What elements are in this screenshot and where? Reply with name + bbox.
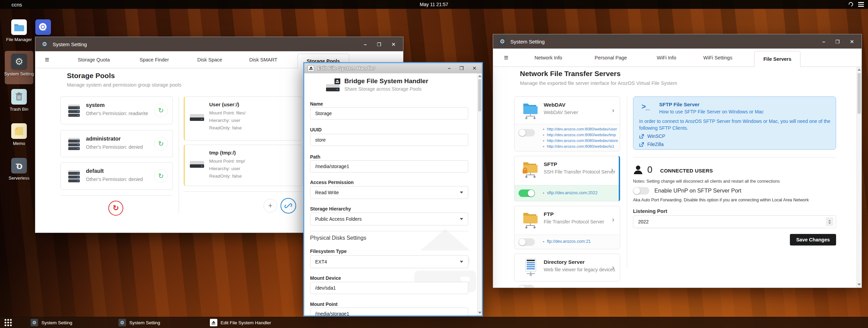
reload-pools-button[interactable]: ↻ — [108, 201, 123, 216]
sftp-toggle[interactable] — [519, 189, 535, 197]
maximize-button[interactable] — [377, 42, 381, 47]
tab-disk-smart[interactable]: Disk SMART — [249, 57, 277, 62]
desktop-icon-label: System Setting — [3, 71, 35, 76]
uuid-input[interactable] — [310, 134, 468, 146]
tab-storage-quota[interactable]: Storage Quota — [78, 57, 110, 62]
desktop-icon-memo[interactable]: Memo — [3, 123, 35, 146]
storage-hierarchy-select[interactable]: Public Access Folders — [310, 213, 468, 225]
divider — [60, 195, 173, 196]
maximize-button[interactable] — [835, 39, 840, 44]
webdav-folder-network-icon — [522, 102, 539, 120]
minimize-button[interactable] — [822, 39, 825, 44]
add-fsh-button[interactable]: + — [264, 199, 277, 213]
directory-toggle[interactable] — [518, 285, 535, 288]
number-stepper[interactable] — [826, 217, 833, 226]
refresh-pool-button[interactable]: ↻ — [154, 137, 168, 150]
ftp-url[interactable]: ftp://dev.arozos.com:21 — [543, 239, 591, 244]
fsh-hierarchy: Hierarchy: user — [209, 166, 240, 171]
webdav-url[interactable]: http://dev.arozos.com:8080/webdav/tmp — [543, 133, 616, 137]
arozos-desktop: { "topbar": { "host": "ccns", "clock": "… — [0, 0, 868, 328]
fsh-readonly: ReadOnly: false — [209, 125, 242, 130]
server-card-ftp[interactable]: FTP File Transfer Protocol Server ftp://… — [514, 206, 620, 249]
drive-icon — [189, 114, 205, 123]
path-input[interactable] — [310, 160, 468, 172]
listening-port-input[interactable] — [633, 215, 836, 228]
mount-point-input[interactable] — [310, 308, 468, 316]
pool-card-system[interactable]: system Other's Permission: readwrite ↻ — [60, 96, 173, 124]
access-permission-select[interactable]: Read Write — [310, 186, 468, 199]
tab-network-info[interactable]: Network Info — [535, 55, 562, 60]
window-titlebar[interactable]: ⚙ System Setting — [35, 37, 403, 51]
refresh-pool-button[interactable]: ↻ — [154, 104, 168, 117]
desktop-icon-label: Trash Bin — [3, 107, 35, 112]
app-grid-icon[interactable] — [4, 318, 12, 327]
server-card-sftp[interactable]: SFTP SSH File Transfer Protocol Server s… — [514, 156, 620, 201]
taskbar-item-system-setting-1[interactable]: ⚙ System Setting — [28, 317, 75, 328]
webdav-toggle[interactable] — [519, 129, 535, 136]
scrollbar-vertical[interactable] — [856, 67, 862, 288]
refresh-pool-button[interactable]: ↻ — [154, 169, 168, 183]
listening-port-label: Listening Port — [633, 208, 667, 214]
server-card-directory[interactable]: Directory Server Web file viewer for leg… — [514, 254, 620, 281]
external-link-icon — [639, 142, 644, 147]
filesystem-type-select[interactable]: EXT4 — [310, 255, 468, 268]
terminal-icon: >_ — [641, 102, 649, 111]
mount-device-label: Mount Device — [310, 275, 341, 281]
gear-icon: ⚙ — [498, 37, 507, 46]
tab-file-servers-active[interactable]: File Servers — [754, 51, 800, 67]
desktop-icon-trash-bin[interactable]: Trash Bin — [3, 89, 35, 112]
taskbar-item-edit-fsh[interactable]: Edit File System Handler — [207, 317, 274, 328]
tab-disk-space[interactable]: Disk Space — [197, 57, 222, 62]
webdav-url[interactable]: http://dev.arozos.com:8080/webdav/user — [543, 127, 617, 131]
taskbar-item-system-setting-2[interactable]: ⚙ System Setting — [116, 317, 163, 328]
chevron-right-icon[interactable] — [611, 166, 613, 174]
menu-hamburger-icon[interactable]: ≡ — [45, 55, 49, 64]
maximize-button[interactable] — [459, 66, 464, 71]
sftp-url[interactable]: sftp://dev.arozos.com:2022 — [543, 190, 598, 195]
divider — [633, 157, 836, 158]
folder-icon — [11, 19, 27, 35]
chevron-right-icon[interactable] — [612, 263, 614, 271]
topbar-menu-icon[interactable] — [858, 2, 864, 7]
desktop-icon-label: Serverless — [3, 176, 35, 181]
desktop-icon-music[interactable]: ♪ — [28, 19, 59, 35]
ftp-toggle[interactable] — [519, 238, 535, 246]
close-button[interactable] — [391, 42, 396, 47]
webdav-url[interactable]: http://dev.arozos.com:8080/webdav/is1 — [543, 144, 614, 148]
dialog-subtitle: Share Storage across Storage Pools — [344, 86, 421, 92]
window-title: Edit File System Handler — [318, 66, 375, 71]
chevron-right-icon[interactable] — [612, 106, 614, 114]
scrollbar-vertical[interactable] — [477, 73, 482, 315]
server-card-webdav[interactable]: WebDAV WebDAV Server http://dev.arozos.c… — [514, 96, 620, 151]
upnp-toggle[interactable] — [633, 187, 649, 195]
close-button[interactable] — [472, 66, 476, 71]
close-button[interactable] — [850, 39, 854, 44]
bridge-fsh-button[interactable] — [281, 198, 296, 214]
tab-wifi-settings[interactable]: WiFi Settings — [703, 55, 732, 60]
webdav-url[interactable]: http://dev.arozos.com:8080/webdav/store — [543, 139, 618, 143]
minimize-button[interactable] — [364, 42, 367, 47]
tab-wifi-info[interactable]: WiFi Info — [657, 55, 676, 60]
tab-personal-page[interactable]: Personal Page — [595, 55, 627, 60]
fsh-card-user[interactable]: User (user:/) Mount Point: files/ Hierar… — [184, 96, 303, 141]
window-titlebar[interactable]: ⚙ System Setting — [493, 34, 862, 49]
drive-icon — [189, 161, 205, 169]
fsh-card-tmp[interactable]: tmp (tmp:/) Mount Point: tmp/ Hierarchy:… — [184, 145, 303, 186]
save-changes-button[interactable]: Save Changes — [790, 234, 836, 245]
tab-bar: ≡ Network Info Personal Page WiFi Info W… — [493, 49, 862, 67]
filezilla-link[interactable]: FileZilla — [639, 142, 664, 147]
pool-card-administrator[interactable]: administrator Other's Permission: denied… — [60, 130, 173, 157]
desktop-icon-system-setting[interactable]: ⚙ System Setting — [3, 54, 35, 76]
pool-card-default[interactable]: default Other's Permission: denied ↻ — [60, 162, 173, 190]
divider — [627, 96, 627, 268]
name-input[interactable] — [310, 107, 468, 120]
server-card-footer: ftp://dev.arozos.com:21 — [514, 235, 620, 249]
tab-space-finder[interactable]: Space Finder — [140, 57, 169, 62]
mount-device-input[interactable] — [310, 282, 468, 294]
desktop-icon-serverless[interactable]: σ Serverless — [3, 158, 35, 181]
chevron-right-icon[interactable] — [612, 216, 614, 223]
winscp-link[interactable]: WinSCP — [639, 133, 665, 139]
window-titlebar[interactable]: Edit File System Handler — [304, 63, 482, 73]
minimize-button[interactable] — [448, 66, 451, 71]
menu-hamburger-icon[interactable]: ≡ — [504, 53, 508, 62]
